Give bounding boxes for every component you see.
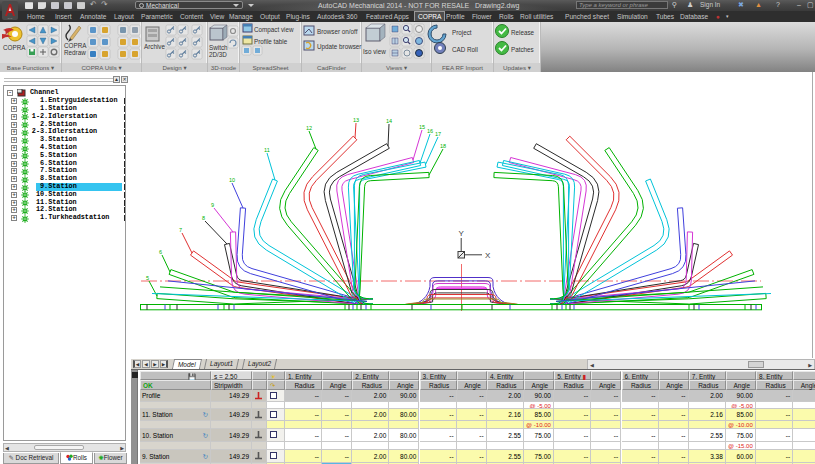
svg-text:5: 5 — [146, 275, 149, 281]
svg-text:14: 14 — [386, 118, 392, 124]
svg-text:10: 10 — [229, 177, 235, 183]
svg-text:9: 9 — [211, 202, 214, 208]
svg-text:8: 8 — [202, 215, 205, 221]
svg-text:16: 16 — [427, 128, 433, 134]
svg-text:12: 12 — [306, 125, 312, 131]
svg-text:7: 7 — [179, 227, 182, 233]
svg-text:6: 6 — [159, 249, 162, 255]
svg-text:17: 17 — [435, 131, 441, 137]
svg-text:11: 11 — [264, 147, 270, 153]
svg-text:X: X — [485, 251, 491, 260]
svg-text:Y: Y — [459, 229, 465, 238]
svg-text:15: 15 — [419, 124, 425, 130]
svg-text:18: 18 — [440, 143, 446, 149]
svg-text:13: 13 — [353, 117, 359, 123]
